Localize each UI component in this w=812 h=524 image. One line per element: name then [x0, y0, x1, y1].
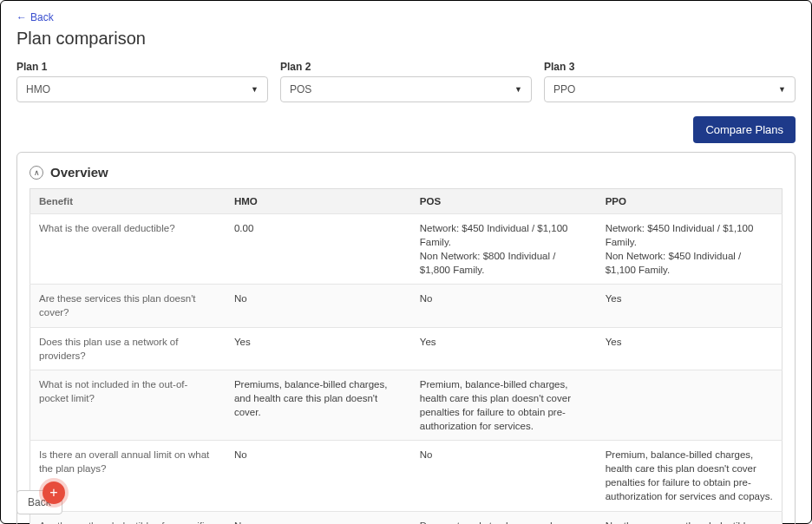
- actions-row: Compare Plans: [16, 116, 796, 143]
- plan-1-label: Plan 1: [16, 61, 268, 73]
- cell-hmo: No: [226, 511, 411, 524]
- table-row: Does this plan use a network of provider…: [30, 327, 783, 370]
- col-header-ppo: PPO: [597, 189, 783, 214]
- cell-benefit: What is not included in the out-of-pocke…: [30, 370, 226, 440]
- cell-ppo: Yes: [597, 285, 783, 327]
- plan-3-select[interactable]: PPO ▼: [544, 76, 796, 102]
- cell-ppo: Premium, balance-billed charges, health …: [597, 441, 783, 511]
- col-header-pos: POS: [411, 189, 597, 214]
- caret-down-icon: ▼: [251, 85, 259, 94]
- compare-plans-button[interactable]: Compare Plans: [693, 116, 796, 143]
- back-link[interactable]: ← Back: [16, 11, 54, 23]
- plan-3-column: Plan 3 PPO ▼: [544, 61, 796, 102]
- cell-ppo: Network: $450 Individual / $1,100 Family…: [597, 214, 783, 285]
- back-link-text: Back: [30, 11, 54, 23]
- table-row: Are there other deductibles for specific…: [30, 511, 783, 524]
- col-header-benefit: Benefit: [30, 189, 226, 214]
- comparison-table: Benefit HMO POS PPO What is the overall …: [29, 188, 783, 524]
- plan-2-value: POS: [290, 83, 311, 95]
- cell-pos: Network: $450 Individual / $1,100 Family…: [411, 214, 597, 285]
- cell-pos: Premium, balance-billed charges, health …: [411, 370, 597, 440]
- cell-pos: Yes: [411, 327, 597, 370]
- panel-header: ∧ Overview: [29, 165, 783, 180]
- caret-down-icon: ▼: [778, 85, 786, 94]
- cell-benefit: Does this plan use a network of provider…: [30, 327, 226, 370]
- add-fab-button[interactable]: +: [43, 481, 65, 504]
- plus-icon: +: [49, 485, 57, 501]
- plan-1-value: HMO: [26, 83, 50, 95]
- overview-panel: ∧ Overview Benefit HMO POS PPO What is t…: [16, 152, 796, 524]
- cell-ppo: Yes: [597, 327, 783, 370]
- table-row: Is there an overall annual limit on what…: [30, 441, 783, 511]
- cell-pos: Does not apply to pharmacy drugs and ser…: [411, 511, 597, 524]
- plan-1-column: Plan 1 HMO ▼: [16, 61, 268, 102]
- cell-ppo: No, there are no other deductibles.: [597, 511, 783, 524]
- page-title: Plan comparison: [16, 29, 796, 49]
- table-row: What is not included in the out-of-pocke…: [30, 370, 783, 440]
- plan-selectors: Plan 1 HMO ▼ Plan 2 POS ▼ Plan 3 PPO ▼: [16, 61, 796, 102]
- cell-ppo: [597, 370, 783, 440]
- plan-2-select[interactable]: POS ▼: [280, 76, 532, 102]
- collapse-icon[interactable]: ∧: [29, 166, 43, 180]
- cell-benefit: What is the overall deductible?: [30, 214, 226, 285]
- cell-hmo: Premiums, balance-billed charges, and he…: [226, 370, 411, 440]
- panel-title: Overview: [50, 165, 108, 180]
- plan-2-column: Plan 2 POS ▼: [280, 61, 532, 102]
- arrow-left-icon: ←: [16, 11, 27, 23]
- plan-1-select[interactable]: HMO ▼: [16, 76, 268, 102]
- cell-pos: No: [411, 441, 597, 511]
- cell-pos: No: [411, 285, 597, 327]
- plan-3-label: Plan 3: [544, 61, 796, 73]
- cell-hmo: 0.00: [226, 214, 411, 285]
- table-header-row: Benefit HMO POS PPO: [30, 189, 783, 214]
- table-row: What is the overall deductible?0.00Netwo…: [30, 214, 783, 285]
- cell-hmo: Yes: [226, 327, 411, 370]
- plan-2-label: Plan 2: [280, 61, 532, 73]
- plan-3-value: PPO: [553, 83, 575, 95]
- cell-hmo: No: [226, 441, 411, 511]
- table-row: Are these services this plan doesn't cov…: [30, 285, 783, 327]
- caret-down-icon: ▼: [514, 85, 522, 94]
- cell-hmo: No: [226, 285, 411, 327]
- col-header-hmo: HMO: [226, 189, 411, 214]
- cell-benefit: Are these services this plan doesn't cov…: [30, 285, 226, 327]
